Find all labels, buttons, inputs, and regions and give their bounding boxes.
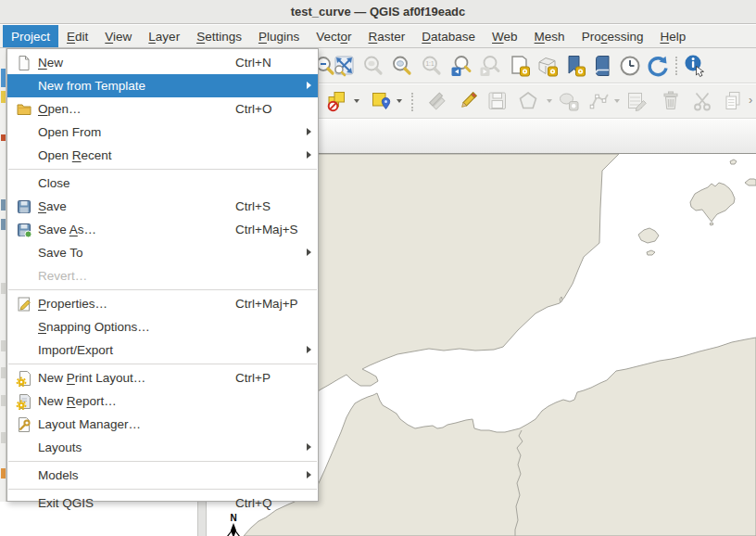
menu-item-exit-qgis[interactable]: Exit QGIS Ctrl+Q xyxy=(7,491,318,515)
current-edits-icon[interactable] xyxy=(422,89,447,113)
zoom-native-resolution-icon[interactable]: 1:1 xyxy=(420,54,444,78)
menu-raster[interactable]: Raster xyxy=(360,25,414,47)
menu-plugins[interactable]: Plugins xyxy=(250,25,308,47)
zoom-next-icon[interactable] xyxy=(478,54,502,78)
submenu-arrow-icon xyxy=(307,128,311,135)
menu-edit[interactable]: Edit xyxy=(58,25,96,47)
new-3d-map-view-icon[interactable] xyxy=(536,54,560,78)
modify-attributes-icon[interactable] xyxy=(625,89,649,113)
toolbar-overflow-chevron[interactable]: › xyxy=(749,93,752,107)
select-features-by-value-icon[interactable] xyxy=(370,89,394,113)
menu-item-open-from[interactable]: Open From xyxy=(7,121,318,144)
menu-separator xyxy=(8,169,317,170)
menu-web[interactable]: Web xyxy=(484,25,526,47)
save-as-icon xyxy=(16,222,38,238)
menu-vector[interactable]: Vector xyxy=(308,25,359,47)
menu-item-snapping-options[interactable]: Snapping Options… xyxy=(7,315,318,338)
show-spatial-bookmarks-icon[interactable] xyxy=(590,54,614,78)
menu-item-layouts[interactable]: Layouts xyxy=(7,436,318,459)
layout-manager-icon xyxy=(16,416,38,433)
menu-layer[interactable]: Layer xyxy=(140,25,188,47)
submenu-arrow-icon xyxy=(307,151,311,159)
north-arrow-icon: N xyxy=(227,513,240,536)
map-island-menorca xyxy=(745,179,756,185)
menu-item-revert: Revert… xyxy=(7,264,318,287)
zoom-to-selection-icon[interactable] xyxy=(361,54,385,78)
refresh-icon[interactable] xyxy=(646,54,670,78)
menu-item-new[interactable]: New Ctrl+N xyxy=(7,51,318,74)
add-feature-dropdown-caret[interactable] xyxy=(547,99,552,103)
menu-item-save-as[interactable]: Save As… Ctrl+Maj+S xyxy=(7,218,318,241)
cut-features-icon[interactable] xyxy=(690,89,714,113)
menu-item-save[interactable]: Save Ctrl+S xyxy=(7,195,318,218)
save-icon xyxy=(16,198,38,215)
menu-project[interactable]: Project xyxy=(3,25,58,47)
menu-separator xyxy=(8,289,317,290)
open-folder-icon xyxy=(16,101,38,118)
svg-text:1:1: 1:1 xyxy=(425,60,434,67)
copy-features-icon[interactable] xyxy=(721,89,745,113)
menu-item-properties[interactable]: Properties… Ctrl+Maj+P xyxy=(7,292,318,315)
move-feature-icon[interactable] xyxy=(557,89,581,113)
toggle-editing-icon[interactable] xyxy=(456,89,480,113)
project-menu: New Ctrl+N New from Template Open… Ctrl+… xyxy=(6,48,319,502)
menu-separator xyxy=(8,489,317,490)
new-project-icon xyxy=(16,55,38,71)
deselect-features-icon[interactable] xyxy=(326,89,350,113)
zoom-full-extent-icon[interactable] xyxy=(332,54,356,78)
map-island-formentera xyxy=(647,250,655,255)
submenu-arrow-icon xyxy=(307,82,311,89)
titlebar[interactable]: test_curve — QGIS af0f19eadc xyxy=(0,0,756,24)
map-island-ibiza xyxy=(638,228,659,243)
qgis-window: test_curve — QGIS af0f19eadc Project Edi… xyxy=(0,0,756,536)
map-islet-dragonera xyxy=(730,160,737,164)
menu-item-layout-manager[interactable]: Layout Manager… xyxy=(7,413,318,436)
menu-item-close[interactable]: Close xyxy=(7,172,318,195)
zoom-to-layer-icon[interactable] xyxy=(390,54,414,78)
menu-processing[interactable]: Processing xyxy=(573,25,652,47)
toolbar-separator xyxy=(675,57,677,75)
select-dropdown-caret[interactable] xyxy=(397,99,402,103)
menu-separator xyxy=(8,364,317,364)
new-spatial-bookmark-icon[interactable] xyxy=(563,54,587,78)
new-print-layout-icon xyxy=(16,370,38,387)
zoom-last-icon[interactable] xyxy=(449,54,473,78)
submenu-arrow-icon xyxy=(307,443,311,451)
map-islet-cabrera xyxy=(710,223,713,225)
window-title: test_curve — QGIS af0f19eadc xyxy=(291,5,466,19)
menu-item-import-export[interactable]: Import/Export xyxy=(7,338,318,362)
toolbar-separator xyxy=(411,93,413,111)
map-island-mallorca xyxy=(690,183,735,222)
left-toolbar-sliver xyxy=(0,48,6,502)
menu-item-open[interactable]: Open… Ctrl+O xyxy=(7,97,318,121)
submenu-arrow-icon xyxy=(307,471,311,479)
menu-item-models[interactable]: Models xyxy=(7,464,318,487)
menu-settings[interactable]: Settings xyxy=(188,25,250,47)
vertex-tool-icon[interactable] xyxy=(587,89,611,113)
vertex-tool-dropdown-caret[interactable] xyxy=(614,99,620,103)
identify-features-icon[interactable] xyxy=(683,54,707,78)
menu-mesh[interactable]: Mesh xyxy=(526,25,573,47)
menu-item-save-to[interactable]: Save To xyxy=(7,241,318,264)
new-report-icon xyxy=(16,393,38,410)
menu-item-open-recent[interactable]: Open Recent xyxy=(7,144,318,167)
temporal-controller-icon[interactable] xyxy=(618,54,642,78)
menu-view[interactable]: View xyxy=(96,25,140,47)
delete-selected-icon[interactable] xyxy=(659,89,683,113)
menu-item-new-report[interactable]: New Report… xyxy=(7,389,318,413)
menu-separator xyxy=(8,461,317,462)
save-layer-edits-icon[interactable] xyxy=(485,89,510,113)
menu-item-new-print-layout[interactable]: New Print Layout… Ctrl+P xyxy=(7,366,318,389)
add-polygon-feature-icon[interactable] xyxy=(516,89,540,113)
menu-item-new-from-template[interactable]: New from Template xyxy=(7,74,318,97)
menu-database[interactable]: Database xyxy=(413,25,484,47)
properties-icon xyxy=(16,296,38,313)
menu-help[interactable]: Help xyxy=(651,25,694,47)
map-land-spain xyxy=(318,154,619,391)
submenu-arrow-icon xyxy=(307,249,311,256)
submenu-arrow-icon xyxy=(307,346,311,353)
menubar: Project Edit View Layer Settings Plugins… xyxy=(0,25,756,48)
new-map-view-icon[interactable] xyxy=(508,54,532,78)
map-islet xyxy=(560,297,562,302)
deselect-dropdown-caret[interactable] xyxy=(354,99,359,103)
